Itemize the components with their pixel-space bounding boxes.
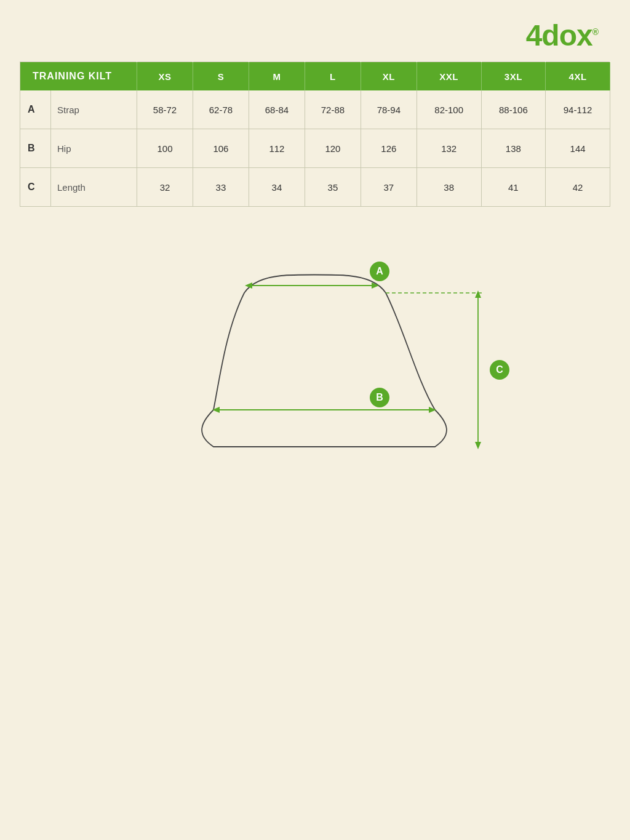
col-xs: XS [137, 62, 193, 91]
row-letter: C [20, 168, 51, 207]
row-value: 68-84 [249, 90, 305, 129]
label-c-text: C [496, 364, 503, 375]
label-a-text: A [376, 266, 383, 276]
table-title: TRAINING KILT [20, 62, 137, 91]
row-value: 32 [137, 168, 193, 207]
c-arrow-top [475, 290, 481, 298]
diagram-area: A B C [20, 231, 610, 465]
row-value: 62-78 [193, 90, 249, 129]
row-label: Strap [51, 90, 137, 129]
size-table: TRAINING KILT XS S M L XL XXL 3XL 4XL AS… [20, 62, 610, 207]
table-row: CLength3233343537384142 [20, 168, 610, 207]
row-value: 112 [249, 129, 305, 168]
kilt-shape [202, 275, 447, 447]
col-l: L [305, 62, 361, 91]
row-value: 35 [305, 168, 361, 207]
row-letter: B [20, 129, 51, 168]
row-letter: A [20, 90, 51, 129]
b-arrow-right [429, 407, 436, 413]
row-value: 34 [249, 168, 305, 207]
label-b-text: B [376, 392, 383, 402]
page-wrapper: 4dox® TRAINING KILT XS S M L XL XXL 3XL … [14, 0, 616, 490]
row-value: 58-72 [137, 90, 193, 129]
table-row: BHip100106112120126132138144 [20, 129, 610, 168]
table-row: AStrap58-7262-7868-8472-8878-9482-10088-… [20, 90, 610, 129]
col-xl: XL [361, 62, 417, 91]
row-value: 132 [417, 129, 481, 168]
table-header-row: TRAINING KILT XS S M L XL XXL 3XL 4XL [20, 62, 610, 91]
row-value: 33 [193, 168, 249, 207]
row-value: 88-106 [481, 90, 546, 129]
brand-logo: 4dox® [526, 19, 598, 52]
col-s: S [193, 62, 249, 91]
row-value: 72-88 [305, 90, 361, 129]
row-value: 144 [546, 129, 610, 168]
row-value: 78-94 [361, 90, 417, 129]
row-value: 100 [137, 129, 193, 168]
col-4xl: 4XL [546, 62, 610, 91]
col-3xl: 3XL [481, 62, 546, 91]
row-value: 126 [361, 129, 417, 168]
logo-area: 4dox® [20, 12, 610, 62]
col-xxl: XXL [417, 62, 481, 91]
row-value: 42 [546, 168, 610, 207]
row-value: 94-112 [546, 90, 610, 129]
col-m: M [249, 62, 305, 91]
row-value: 106 [193, 129, 249, 168]
row-value: 138 [481, 129, 546, 168]
row-value: 38 [417, 168, 481, 207]
kilt-diagram: A B C [115, 231, 515, 465]
row-value: 41 [481, 168, 546, 207]
row-value: 82-100 [417, 90, 481, 129]
c-arrow-bottom [475, 442, 481, 449]
row-label: Length [51, 168, 137, 207]
row-value: 37 [361, 168, 417, 207]
row-value: 120 [305, 129, 361, 168]
row-label: Hip [51, 129, 137, 168]
